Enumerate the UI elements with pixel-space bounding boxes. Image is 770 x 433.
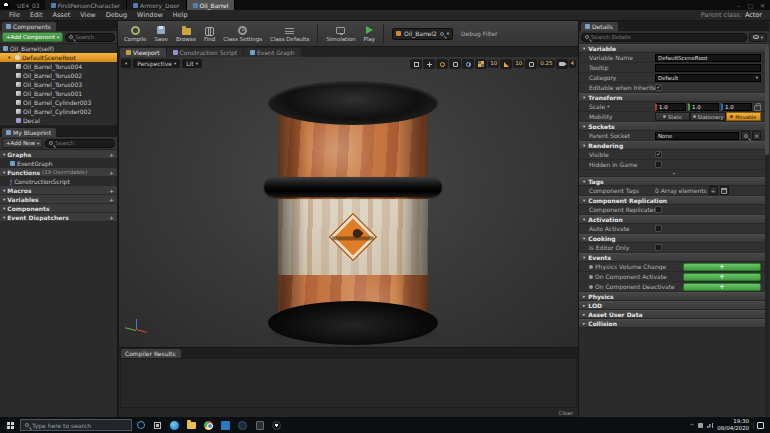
action-center-button[interactable]: [753, 422, 767, 429]
functions-section-header[interactable]: ▾ Functions (19 Overridable) +: [0, 168, 117, 177]
find-button[interactable]: Find: [204, 25, 215, 42]
components-section-header[interactable]: ▾ Components: [0, 204, 117, 213]
section-cooking[interactable]: ▾ Cooking: [579, 234, 769, 243]
components-search-input[interactable]: [75, 34, 111, 40]
rotation-snap-button[interactable]: [500, 59, 512, 69]
tab-oil-barrel[interactable]: Oil_Barrel: [187, 0, 236, 10]
rotation-snap-value[interactable]: 10: [513, 60, 524, 68]
taskbar-clock[interactable]: 19:30 08/04/2020: [717, 418, 749, 431]
ue4-editor-button[interactable]: [268, 417, 285, 433]
debug-object-dropdown[interactable]: Oil_Barrel2 ▾: [392, 28, 453, 40]
tab-construction-script[interactable]: Construction Script: [167, 48, 244, 57]
add-new-button[interactable]: +Add New ▾: [2, 138, 43, 148]
component-replicates-checkbox[interactable]: [655, 206, 662, 213]
scale-x-input[interactable]: 1.0: [655, 103, 686, 111]
taskbar-search-input[interactable]: [32, 422, 127, 429]
scale-y-input[interactable]: 1.0: [688, 103, 719, 111]
graphs-section-header[interactable]: ▾ Graphs +: [0, 150, 117, 159]
tree-item-cylinder002[interactable]: Oil_Barrel_Cylinder002: [0, 107, 117, 116]
minimize-button[interactable]: –: [733, 1, 744, 10]
tree-item-torus004[interactable]: Oil_Barrel_Torus004: [0, 62, 117, 71]
section-transform[interactable]: ▾ Transform: [579, 93, 769, 102]
components-tab[interactable]: Components: [2, 22, 56, 31]
tree-item-torus001[interactable]: Oil_Barrel_Torus001: [0, 89, 117, 98]
details-tab[interactable]: Details: [581, 22, 618, 31]
add-on-component-deactivate-event-button[interactable]: +: [683, 283, 761, 291]
tab-firstpersoncharacter[interactable]: FirstPersonCharacter: [45, 0, 127, 10]
tree-item-decal[interactable]: Decal: [0, 116, 117, 125]
menu-asset[interactable]: Asset: [47, 11, 75, 19]
section-rendering[interactable]: ▾ Rendering: [579, 141, 769, 150]
details-search-input[interactable]: [591, 34, 743, 40]
camera-speed-button[interactable]: [556, 59, 568, 69]
close-button[interactable]: ✕: [757, 1, 768, 10]
hidden-in-game-checkbox[interactable]: [655, 161, 662, 168]
visible-checkbox[interactable]: ✓: [655, 151, 662, 158]
perspective-dropdown[interactable]: Perspective ▾: [133, 59, 180, 68]
show-hidden-icons-button[interactable]: ^: [689, 422, 694, 429]
class-settings-button[interactable]: Class Settings: [223, 25, 262, 42]
tree-item-oil-barrel-self[interactable]: Oil_Barrel(self): [0, 44, 117, 53]
section-tags[interactable]: ▾ Tags: [579, 177, 769, 186]
myblueprint-search-input[interactable]: [55, 140, 111, 146]
myblueprint-tab[interactable]: My Blueprint: [2, 128, 56, 137]
category-dropdown[interactable]: Default ▾: [655, 74, 761, 82]
network-icon[interactable]: [707, 423, 713, 428]
rendering-expander-row[interactable]: ▾: [579, 170, 769, 177]
event-dispatchers-section-header[interactable]: ▾ Event Dispatchers +: [0, 213, 117, 222]
tree-item-cylinder003[interactable]: Oil_Barrel_Cylinder003: [0, 98, 117, 107]
chevron-down-icon[interactable]: ▾: [8, 55, 13, 60]
mobility-static-button[interactable]: Static: [655, 112, 690, 121]
oil-barrel-3d-model[interactable]: [256, 81, 450, 345]
macros-section-header[interactable]: ▾ Macros +: [0, 186, 117, 195]
variable-name-input[interactable]: [655, 54, 761, 62]
lit-dropdown[interactable]: Lit ▾: [182, 59, 202, 68]
compile-button[interactable]: Compile: [124, 25, 147, 42]
mobility-movable-button[interactable]: Movable: [726, 112, 761, 121]
menu-view[interactable]: View: [75, 11, 100, 19]
taskbar-searchbox[interactable]: [20, 419, 132, 431]
scale-snap-button[interactable]: [525, 59, 537, 69]
section-collision[interactable]: ▸ Collision: [579, 319, 769, 328]
parent-class-value[interactable]: Actor: [745, 11, 762, 19]
parent-socket-input[interactable]: None: [655, 132, 739, 140]
section-asset-user-data[interactable]: ▸ Asset User Data: [579, 310, 769, 319]
mobility-stationary-button[interactable]: Stationary: [690, 112, 725, 121]
menu-file[interactable]: File: [4, 11, 25, 19]
menu-debug[interactable]: Debug: [101, 11, 132, 19]
maximize-button[interactable]: □: [745, 1, 756, 10]
world-local-toggle-button[interactable]: [462, 59, 474, 69]
section-events[interactable]: ▾ Events: [579, 253, 769, 262]
constructionscript-item[interactable]: ƒ ConstructionScript: [0, 177, 117, 186]
delete-tags-button[interactable]: [720, 186, 729, 195]
grid-snap-value[interactable]: 10: [488, 60, 499, 68]
tree-item-torus003[interactable]: Oil_Barrel_Torus003: [0, 80, 117, 89]
eventgraph-item[interactable]: EventGraph: [0, 159, 117, 168]
compiler-results-tab[interactable]: Compiler Results: [121, 349, 181, 358]
socket-clear-button[interactable]: ✕: [752, 131, 761, 140]
tab-viewport[interactable]: Viewport: [120, 48, 166, 57]
tab-armory-door[interactable]: Armory_Door: [127, 0, 186, 10]
epic-launcher-button[interactable]: [251, 417, 268, 433]
menu-window[interactable]: Window: [132, 11, 168, 19]
clear-button[interactable]: Clear: [559, 410, 573, 416]
camera-speed-value[interactable]: 4: [569, 60, 577, 68]
socket-search-button[interactable]: [741, 131, 750, 140]
section-lod[interactable]: ▸ LOD: [579, 301, 769, 310]
add-physics-volume-change-event-button[interactable]: +: [683, 263, 761, 271]
play-button[interactable]: Play: [364, 25, 375, 42]
browse-button[interactable]: Browse: [176, 25, 196, 42]
auto-activate-checkbox[interactable]: [655, 225, 662, 232]
add-graph-button[interactable]: +: [109, 151, 114, 158]
tray-icon[interactable]: [698, 423, 703, 428]
steam-button[interactable]: [234, 417, 251, 433]
viewport-3d[interactable]: ▾ Perspective ▾ Lit ▾: [118, 57, 578, 347]
lock-icon[interactable]: [754, 105, 761, 111]
scale-snap-value[interactable]: 0.25: [538, 60, 554, 68]
tree-item-defaultsceneroot[interactable]: ▾ DefaultSceneRoot: [0, 53, 117, 62]
menu-help[interactable]: Help: [168, 11, 193, 19]
translate-mode-button[interactable]: [423, 59, 435, 69]
add-component-button[interactable]: +Add Component ▾: [2, 32, 63, 42]
rotate-mode-button[interactable]: [436, 59, 448, 69]
section-sockets[interactable]: ▾ Sockets: [579, 122, 769, 131]
